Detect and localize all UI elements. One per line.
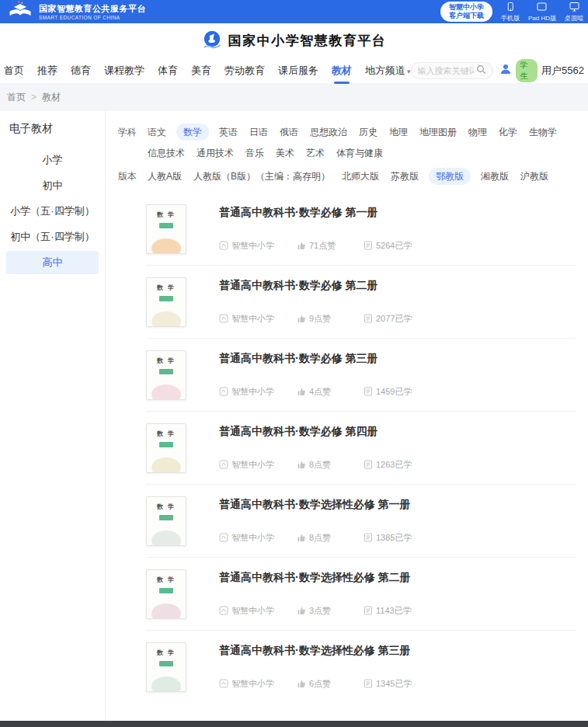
book-cover: 数 学 <box>146 569 186 619</box>
nav-item-local-channels[interactable]: 地方频道▾ <box>365 64 411 78</box>
subject-pe-health[interactable]: 体育与健康 <box>335 144 384 162</box>
book-row[interactable]: 数 学 普通高中教科书·数学选择性必修 第三册 智慧中小学 6点赞 <box>146 631 576 703</box>
book-cover-title: 数 学 <box>147 357 186 365</box>
monitor-icon <box>569 2 579 13</box>
nav-item-aesthetic-edu[interactable]: 美育 <box>191 64 211 78</box>
book-row[interactable]: 数 学 普通高中教科书·数学必修 第三册 智慧中小学 4点赞 <box>146 339 576 412</box>
client-desktop-button[interactable]: 桌面端 <box>565 2 583 23</box>
book-learned: 1345已学 <box>364 678 412 690</box>
book-cover: 数 学 <box>146 496 186 546</box>
sidebar-item-junior[interactable]: 初中 <box>6 174 99 197</box>
client-download-line2: 客户端下载 <box>449 12 484 20</box>
book-title[interactable]: 普通高中教科书·数学必修 第三册 <box>219 352 576 366</box>
nav-item-home[interactable]: 首页 <box>4 64 24 78</box>
nav-item-moral-edu[interactable]: 德育 <box>71 64 91 78</box>
main-nav: 首页 推荐 德育 课程教学 体育 美育 劳动教育 课后服务 教材 地方频道▾ 学… <box>0 58 588 83</box>
sidebar: 电子教材 小学 初中 小学（五·四学制） 初中（五·四学制） 高中 <box>0 111 106 721</box>
breadcrumb-home[interactable]: 首页 <box>7 91 26 104</box>
nav-item-recommend[interactable]: 推荐 <box>37 64 57 78</box>
book-cover: 数 学 <box>146 423 186 473</box>
book-list: 数 学 普通高中教科书·数学必修 第一册 智慧中小学 71点赞 <box>146 193 576 703</box>
version-pep-b[interactable]: 人教版（B版）（主编：高存明） <box>192 168 332 185</box>
subject-math[interactable]: 数学 <box>176 123 209 141</box>
subject-russian[interactable]: 俄语 <box>278 123 300 141</box>
breadcrumb: 首页 > 教材 <box>0 83 588 111</box>
book-likes: 4点赞 <box>297 386 364 398</box>
book-row[interactable]: 数 学 普通高中教科书·数学必修 第二册 智慧中小学 9点赞 <box>146 266 576 339</box>
client-pad-button[interactable]: Pad HD版 <box>528 2 556 23</box>
version-pep-a[interactable]: 人教A版 <box>146 168 183 185</box>
book-learned: 1385已学 <box>364 532 412 544</box>
search-input[interactable] <box>418 66 474 75</box>
subject-geography[interactable]: 地理 <box>388 123 409 141</box>
sidebar-item-primary[interactable]: 小学 <box>6 148 99 172</box>
client-download-line1: 智慧中小学 <box>449 3 484 12</box>
version-sujiao[interactable]: 苏教版 <box>389 168 420 185</box>
subject-physics[interactable]: 物理 <box>467 123 489 141</box>
brand-subtitle: SMART EDUCATION OF CHINA <box>39 15 146 20</box>
nav-item-after-school[interactable]: 课后服务 <box>278 64 318 78</box>
book-title[interactable]: 普通高中教科书·数学必修 第二册 <box>219 279 576 293</box>
thumbs-up-icon <box>297 241 306 252</box>
subject-biology[interactable]: 生物学 <box>527 123 558 141</box>
cover-badge <box>159 296 173 301</box>
book-row[interactable]: 数 学 普通高中教科书·数学必修 第一册 智慧中小学 71点赞 <box>146 193 576 266</box>
sidebar-title: 电子教材 <box>0 122 105 136</box>
book-likes: 9点赞 <box>297 313 364 325</box>
version-filter-row: 版本 人教A版 人教版（B版）（主编：高存明） 北师大版 苏教版 鄂教版 湘教版… <box>118 168 580 185</box>
book-source: 智慧中小学 <box>219 313 297 325</box>
book-title[interactable]: 普通高中教科书·数学选择性必修 第三册 <box>219 644 576 658</box>
user-avatar-icon <box>499 63 512 78</box>
cover-art <box>151 384 181 400</box>
subject-politics[interactable]: 思想政治 <box>308 123 349 141</box>
subject-chemistry[interactable]: 化学 <box>497 123 519 141</box>
book-learned: 1459已学 <box>364 386 412 398</box>
version-xiangjiao[interactable]: 湘教版 <box>479 168 510 185</box>
nav-item-course-teaching[interactable]: 课程教学 <box>104 64 144 78</box>
book-likes: 8点赞 <box>297 459 364 471</box>
book-title[interactable]: 普通高中教科书·数学选择性必修 第一册 <box>219 498 576 512</box>
book-cover-title: 数 学 <box>147 210 186 219</box>
version-bnu[interactable]: 北师大版 <box>340 168 381 185</box>
nav-item-pe[interactable]: 体育 <box>158 64 178 78</box>
subject-english[interactable]: 英语 <box>217 123 239 141</box>
subject-it[interactable]: 信息技术 <box>146 144 186 162</box>
client-download-button[interactable]: 智慧中小学 客户端下载 <box>440 2 492 22</box>
subject-history[interactable]: 历史 <box>357 123 379 141</box>
book-row[interactable]: 数 学 普通高中教科书·数学必修 第四册 智慧中小学 8点赞 <box>146 412 576 485</box>
book-cover: 数 学 <box>146 204 186 254</box>
cover-badge <box>159 369 173 374</box>
cover-badge <box>159 442 173 447</box>
subject-arts[interactable]: 艺术 <box>304 144 326 162</box>
version-ejiao[interactable]: 鄂教版 <box>429 168 471 185</box>
app-icon <box>219 606 228 617</box>
subject-fine-arts[interactable]: 美术 <box>274 144 296 162</box>
subject-general-tech[interactable]: 通用技术 <box>195 144 235 162</box>
subject-music[interactable]: 音乐 <box>244 144 266 162</box>
client-mobile-button[interactable]: 手机版 <box>501 2 520 23</box>
subject-japanese[interactable]: 日语 <box>248 123 270 141</box>
sidebar-item-primary-54[interactable]: 小学（五·四学制） <box>6 200 99 223</box>
book-title[interactable]: 普通高中教科书·数学选择性必修 第二册 <box>219 571 576 585</box>
app-icon <box>219 241 228 252</box>
nav-item-labor-edu[interactable]: 劳动教育 <box>224 64 265 78</box>
book-title[interactable]: 普通高中教科书·数学必修 第一册 <box>219 206 576 220</box>
subject-chinese[interactable]: 语文 <box>146 123 168 141</box>
search-box[interactable] <box>411 62 493 79</box>
book-title[interactable]: 普通高中教科书·数学必修 第四册 <box>219 425 576 439</box>
book-row[interactable]: 数 学 普通高中教科书·数学选择性必修 第二册 智慧中小学 3点赞 <box>146 558 576 631</box>
book-cover-title: 数 学 <box>147 503 186 511</box>
nav-item-textbooks[interactable]: 教材 <box>332 64 352 78</box>
user-menu[interactable]: 学生 用户5562 <box>499 59 584 82</box>
version-hujiao[interactable]: 沪教版 <box>519 168 550 185</box>
subject-geo-atlas[interactable]: 地理图册 <box>418 123 458 141</box>
search-icon[interactable] <box>476 64 486 78</box>
sidebar-item-junior-54[interactable]: 初中（五·四学制） <box>6 225 99 249</box>
main-area: 电子教材 小学 初中 小学（五·四学制） 初中（五·四学制） 高中 学科 语文 … <box>0 111 588 721</box>
learned-icon <box>364 679 373 690</box>
sidebar-item-senior[interactable]: 高中 <box>6 251 99 274</box>
book-source: 智慧中小学 <box>219 605 297 617</box>
learned-icon <box>364 460 373 471</box>
book-row[interactable]: 数 学 普通高中教科书·数学选择性必修 第一册 智慧中小学 8点赞 <box>146 485 576 558</box>
footer-strip <box>0 721 588 727</box>
